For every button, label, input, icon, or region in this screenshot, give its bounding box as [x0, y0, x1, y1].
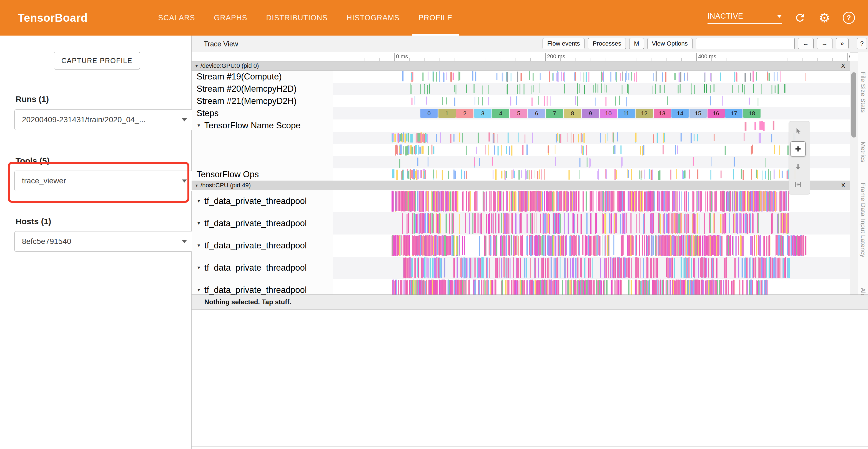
step-block[interactable]: 1	[438, 109, 456, 118]
steps-lane[interactable]: 0123456789101112131415161718	[333, 107, 850, 119]
metadata-button[interactable]: M	[629, 38, 644, 49]
trace-lane[interactable]	[333, 212, 850, 235]
step-block[interactable]: 16	[708, 109, 725, 118]
settings-button[interactable]: ⚙	[818, 11, 831, 24]
trace-marks-canvas[interactable]	[333, 119, 850, 132]
trace-lane[interactable]	[333, 95, 850, 107]
status-dropdown[interactable]: INACTIVE	[708, 12, 782, 24]
collapse-caret-icon[interactable]: ▼	[196, 123, 201, 128]
collapse-caret-icon[interactable]: ▼	[196, 199, 201, 204]
trace-marks-canvas[interactable]	[333, 279, 850, 295]
collapse-caret-icon[interactable]: ▼	[196, 243, 201, 248]
trace-lane[interactable]	[333, 70, 850, 83]
step-block[interactable]: 14	[672, 109, 689, 118]
track-label-tensorflow-name-scope[interactable]: ▼TensorFlow Name Scope	[192, 119, 333, 132]
step-block[interactable]: 13	[654, 109, 671, 118]
step-block[interactable]: 7	[546, 109, 563, 118]
trace-marks-canvas[interactable]	[333, 144, 850, 156]
tools-select[interactable]: trace_viewer	[14, 171, 194, 191]
step-block[interactable]: 15	[689, 109, 707, 118]
trace-toolbar: Trace View Flow events Processes M View …	[192, 36, 868, 53]
trace-marks-canvas[interactable]	[333, 212, 850, 235]
trace-lane[interactable]	[333, 144, 850, 156]
track-label-text: TensorFlow Name Scope	[205, 121, 301, 130]
view-options-button[interactable]: View Options	[647, 38, 692, 49]
step-block[interactable]: 6	[528, 109, 545, 118]
collapse-caret-icon[interactable]: ▾	[195, 63, 198, 69]
step-block[interactable]: 5	[510, 109, 527, 118]
trace-lane[interactable]	[333, 119, 850, 132]
tab-histograms[interactable]: HISTOGRAMS	[337, 0, 409, 36]
collapse-caret-icon[interactable]: ▾	[195, 183, 198, 188]
vertical-scrollbar[interactable]	[850, 61, 858, 295]
track-label-tf-data-private-threadpool[interactable]: ▼tf_data_private_threadpool	[192, 212, 333, 235]
scrollbar-thumb[interactable]	[851, 72, 856, 138]
tab-metrics[interactable]: Metrics	[859, 142, 867, 162]
trace-marks-canvas[interactable]	[333, 235, 850, 257]
step-block[interactable]: 10	[600, 109, 617, 118]
trace-lane[interactable]	[333, 235, 850, 257]
help-button[interactable]: ?	[842, 11, 855, 24]
refresh-button[interactable]	[794, 11, 806, 24]
tab-distributions[interactable]: DISTRIBUTIONS	[257, 0, 337, 36]
step-block[interactable]: 17	[725, 109, 743, 118]
tab-file-size-stats[interactable]: File Size Stats	[859, 72, 867, 113]
cpu-section-header[interactable]: ▾ /host:CPU (pid 49) X	[192, 181, 850, 190]
step-block[interactable]: 4	[492, 109, 509, 118]
step-block[interactable]: 11	[618, 109, 635, 118]
track-row: ▼tf_data_private_threadpool	[192, 235, 850, 257]
zoom-tool-button[interactable]	[790, 142, 806, 156]
cpu-section-close-button[interactable]: X	[841, 182, 845, 189]
gpu-section-close-button[interactable]: X	[841, 62, 845, 69]
hosts-select[interactable]: 8efc5e791540	[14, 231, 194, 252]
more-button[interactable]: »	[836, 38, 848, 49]
flow-events-button[interactable]: Flow events	[542, 38, 585, 49]
trace-marks-canvas[interactable]	[333, 169, 850, 181]
processes-button[interactable]: Processes	[588, 38, 626, 49]
tab-frame-data[interactable]: Frame Data	[859, 183, 867, 216]
prev-button[interactable]: ←	[798, 38, 813, 49]
tab-scalars[interactable]: SCALARS	[149, 0, 205, 36]
trace-marks-canvas[interactable]	[333, 156, 850, 169]
capture-profile-button[interactable]: CAPTURE PROFILE	[54, 52, 140, 69]
track-label-tf-data-private-threadpool[interactable]: ▼tf_data_private_threadpool	[192, 257, 333, 279]
trace-help-button[interactable]: ?	[857, 38, 867, 49]
trace-marks-canvas[interactable]	[333, 257, 850, 279]
collapse-caret-icon[interactable]: ▼	[196, 265, 201, 270]
trace-lane[interactable]	[333, 156, 850, 169]
trace-lane[interactable]	[333, 257, 850, 279]
trace-marks-canvas[interactable]	[333, 95, 850, 107]
step-block[interactable]: 18	[743, 109, 761, 118]
track-label-tf-data-private-threadpool[interactable]: ▼tf_data_private_threadpool	[192, 279, 333, 295]
tab-profile[interactable]: PROFILE	[409, 0, 462, 36]
tab-input-latency[interactable]: Input Latency	[859, 219, 867, 258]
trace-lane[interactable]	[333, 83, 850, 95]
runs-select[interactable]: 20200409-231431/train/2020_04_...	[14, 110, 194, 130]
trace-marks-canvas[interactable]	[333, 70, 850, 83]
selection-tool-button[interactable]	[790, 124, 806, 139]
step-block[interactable]: 8	[564, 109, 581, 118]
trace-lane[interactable]	[333, 169, 850, 181]
track-label-tf-data-private-threadpool[interactable]: ▼tf_data_private_threadpool	[192, 190, 333, 212]
step-block[interactable]: 3	[474, 109, 492, 118]
track-label-tf-data-private-threadpool[interactable]: ▼tf_data_private_threadpool	[192, 235, 333, 257]
trace-marks-canvas[interactable]	[333, 132, 850, 144]
step-block[interactable]: 0	[421, 109, 438, 118]
next-button[interactable]: →	[817, 38, 833, 49]
chevron-down-icon	[182, 240, 187, 243]
collapse-caret-icon[interactable]: ▼	[196, 288, 201, 293]
gpu-section-header[interactable]: ▾ /device:GPU:0 (pid 0) X	[192, 61, 850, 70]
trace-marks-canvas[interactable]	[333, 190, 850, 212]
pan-tool-button[interactable]	[790, 159, 806, 174]
trace-search-input[interactable]	[696, 38, 795, 49]
step-block[interactable]: 2	[456, 109, 473, 118]
tab-graphs[interactable]: GRAPHS	[205, 0, 257, 36]
timing-tool-button[interactable]	[790, 177, 806, 192]
step-block[interactable]: 12	[636, 109, 653, 118]
trace-marks-canvas[interactable]	[333, 83, 850, 95]
trace-lane[interactable]	[333, 190, 850, 212]
trace-lane[interactable]	[333, 132, 850, 144]
trace-lane[interactable]	[333, 279, 850, 295]
collapse-caret-icon[interactable]: ▼	[196, 221, 201, 226]
step-block[interactable]: 9	[582, 109, 599, 118]
